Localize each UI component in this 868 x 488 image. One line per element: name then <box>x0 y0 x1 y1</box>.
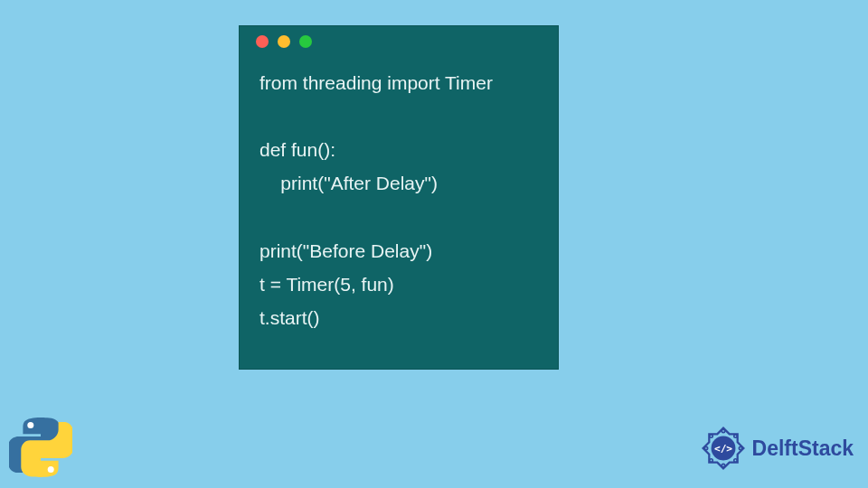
svg-point-10 <box>704 446 707 449</box>
svg-point-0 <box>27 422 33 428</box>
svg-point-6 <box>739 446 741 449</box>
window-titlebar <box>240 26 558 57</box>
svg-point-11 <box>709 435 712 437</box>
svg-text:</>: </> <box>713 443 731 455</box>
code-window: from threading import Timer def fun(): p… <box>239 25 559 370</box>
maximize-icon[interactable] <box>299 35 312 48</box>
svg-point-9 <box>709 459 712 462</box>
python-logo-icon <box>9 416 72 479</box>
delftstack-logo: </> DelftStack <box>698 423 854 474</box>
delftstack-badge-icon: </> <box>698 423 749 474</box>
svg-point-1 <box>48 466 54 473</box>
minimize-icon[interactable] <box>278 35 290 48</box>
brand-text: DelftStack <box>752 436 854 461</box>
close-icon[interactable] <box>256 35 269 48</box>
svg-point-4 <box>722 429 724 432</box>
svg-point-8 <box>722 464 724 466</box>
svg-point-7 <box>733 459 736 462</box>
svg-point-5 <box>733 435 736 437</box>
code-block: from threading import Timer def fun(): p… <box>240 57 558 352</box>
